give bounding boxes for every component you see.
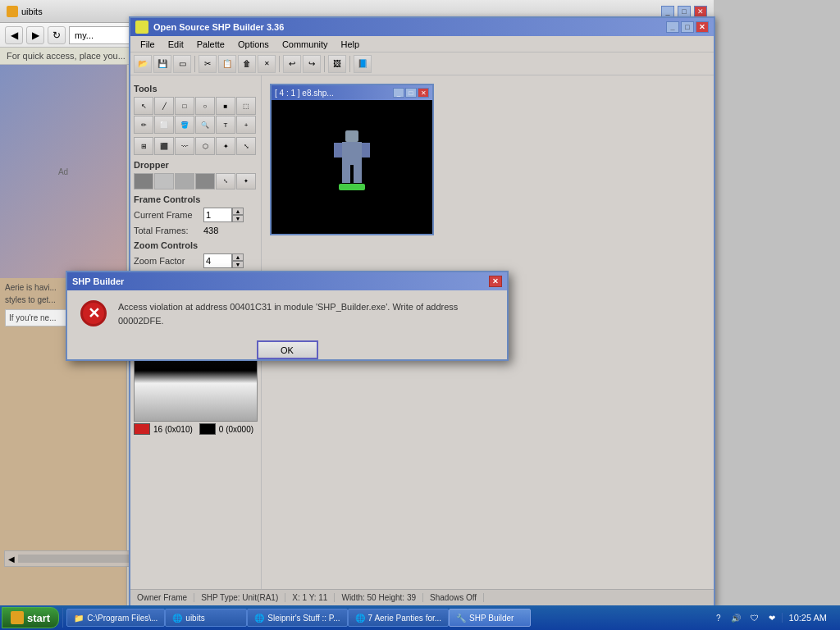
menu-community[interactable]: Community bbox=[276, 38, 335, 51]
toolbar-btn-x[interactable]: ✕ bbox=[258, 55, 276, 73]
h-scroll-indicator: ◀ bbox=[4, 550, 127, 567]
toolbar-copy-btn[interactable]: 📋 bbox=[218, 55, 236, 73]
browser-maximize-btn[interactable]: □ bbox=[678, 6, 691, 17]
preview-canvas bbox=[272, 100, 432, 234]
aerie-label: 7 Aerie Panties for... bbox=[368, 614, 442, 623]
systray-sound-icon[interactable]: 🔊 bbox=[728, 614, 744, 623]
tool-stamp[interactable]: ⬛ bbox=[154, 137, 174, 155]
shp-close-btn[interactable]: ✕ bbox=[696, 21, 709, 33]
tool-rect[interactable]: □ bbox=[175, 97, 194, 115]
color-right-value: 0 (0x000) bbox=[219, 425, 253, 434]
toolbar-sep-1 bbox=[194, 56, 195, 72]
toolbar-redo-btn[interactable]: ↪ bbox=[303, 55, 321, 73]
current-frame-input[interactable] bbox=[203, 208, 232, 222]
browser-minimize-btn[interactable]: _ bbox=[661, 6, 674, 17]
dropper-box-1[interactable] bbox=[175, 173, 194, 189]
toolbar-delete-btn[interactable]: 🗑 bbox=[238, 55, 256, 73]
error-icon: ✕ bbox=[80, 300, 107, 326]
tool-pencil[interactable]: ✏ bbox=[134, 116, 153, 134]
menu-options[interactable]: Options bbox=[231, 38, 276, 51]
uibits-icon: 🌐 bbox=[172, 614, 182, 623]
current-frame-up[interactable]: ▲ bbox=[232, 208, 244, 215]
error-title-text: SHP Builder bbox=[72, 276, 124, 286]
systray-shield-icon[interactable]: 🛡 bbox=[747, 614, 762, 623]
toolbar-undo-btn[interactable]: ↩ bbox=[283, 55, 301, 73]
aerie-icon: 🌐 bbox=[355, 614, 365, 623]
dropper-color-1[interactable] bbox=[134, 173, 153, 189]
toolbar-image-btn[interactable]: 🖼 bbox=[328, 55, 346, 73]
tool-select[interactable]: ⬚ bbox=[236, 97, 256, 115]
svg-rect-4 bbox=[342, 165, 350, 183]
tools-grid-2: ⊞ ⬛ 〰 ⬡ ✦ ⤡ bbox=[134, 137, 258, 155]
dropper-box-2[interactable] bbox=[195, 173, 215, 189]
toolbar-new-btn[interactable]: ▭ bbox=[173, 55, 191, 73]
toolbar-save-btn[interactable]: 💾 bbox=[153, 55, 171, 73]
toolbar-cut-btn[interactable]: ✂ bbox=[199, 55, 217, 73]
menu-help[interactable]: Help bbox=[335, 38, 367, 51]
tool-zoom[interactable]: 🔍 bbox=[195, 116, 215, 134]
preview-restore-btn[interactable]: □ bbox=[405, 88, 417, 98]
frame-controls-title: Frame Controls bbox=[134, 194, 258, 204]
toolbar-open-btn[interactable]: 📂 bbox=[134, 55, 152, 73]
color-swatch-right bbox=[199, 423, 216, 435]
menu-edit[interactable]: Edit bbox=[162, 38, 190, 51]
current-frame-down[interactable]: ▼ bbox=[232, 215, 244, 222]
zoom-factor-up[interactable]: ▲ bbox=[232, 253, 244, 261]
total-frames-row: Total Frames: 438 bbox=[134, 226, 258, 235]
zoom-factor-down[interactable]: ▼ bbox=[232, 261, 244, 268]
menu-file[interactable]: File bbox=[134, 38, 162, 51]
forward-button[interactable]: ▶ bbox=[26, 26, 44, 44]
explorer-icon: 📁 bbox=[74, 614, 84, 623]
tool-arrow[interactable]: ↖ bbox=[134, 97, 153, 115]
tool-magic[interactable]: ✦ bbox=[216, 137, 235, 155]
preview-titlebar: [ 4 : 1 ] e8.shp... _ □ ✕ bbox=[272, 85, 432, 100]
browser-tab-active: uibits bbox=[21, 7, 43, 16]
error-body: ✕ Access violation at address 00401C31 i… bbox=[67, 290, 507, 337]
preview-minimize-btn[interactable]: _ bbox=[393, 88, 404, 98]
menu-palette[interactable]: Palette bbox=[190, 38, 231, 51]
taskbar-btn-uibits[interactable]: 🌐 uibits bbox=[165, 609, 247, 627]
taskbar-btn-sleipnir[interactable]: 🌐 Sleipnir's Stuff :: P... bbox=[247, 609, 347, 627]
taskbar-btn-explorer[interactable]: 📁 C:\Program Files\... bbox=[66, 609, 165, 627]
toolbar-sep-2 bbox=[279, 56, 280, 72]
tool-extra[interactable]: + bbox=[236, 116, 256, 134]
taskbar-btn-aerie[interactable]: 🌐 7 Aerie Panties for... bbox=[348, 609, 450, 627]
shp-menubar: File Edit Palette Options Community Help bbox=[130, 36, 714, 52]
tool-text[interactable]: T bbox=[216, 116, 235, 134]
tool-wave[interactable]: 〰 bbox=[175, 137, 194, 155]
dropper-transform-1[interactable]: ⤡ bbox=[216, 173, 235, 189]
dropper-transform-2[interactable]: ✦ bbox=[236, 173, 256, 189]
shp-title-icon bbox=[135, 21, 148, 34]
tool-grid[interactable]: ⊞ bbox=[134, 137, 153, 155]
systray-av-icon[interactable]: ❤ bbox=[765, 614, 778, 623]
tool-line[interactable]: ╱ bbox=[154, 97, 174, 115]
back-button[interactable]: ◀ bbox=[5, 26, 23, 44]
tool-oval[interactable]: ○ bbox=[195, 97, 215, 115]
zoom-factor-input[interactable] bbox=[203, 253, 232, 268]
zoom-factor-row: Zoom Factor ▲ ▼ bbox=[134, 253, 258, 268]
systray-help-icon[interactable]: ? bbox=[713, 614, 724, 623]
browser-close-btn[interactable]: ✕ bbox=[694, 6, 707, 17]
tool-eraser[interactable]: ⬜ bbox=[154, 116, 174, 134]
dropper-title: Dropper bbox=[134, 160, 258, 170]
shp-minimize-btn[interactable]: _ bbox=[666, 21, 679, 33]
tool-transform[interactable]: ⤡ bbox=[236, 137, 256, 155]
preview-close-btn[interactable]: ✕ bbox=[418, 88, 429, 98]
tool-fill[interactable]: ■ bbox=[216, 97, 235, 115]
tool-flood[interactable]: 🪣 bbox=[175, 116, 194, 134]
taskbar-btn-shpbuilder[interactable]: 🔧 SHP Builder bbox=[449, 609, 531, 627]
color-swatch-left bbox=[134, 423, 150, 435]
zoom-controls-title: Zoom Controls bbox=[134, 240, 258, 250]
toolbar-info-btn[interactable]: 📘 bbox=[354, 55, 372, 73]
tools-title: Tools bbox=[134, 84, 258, 94]
ok-button[interactable]: OK bbox=[257, 340, 318, 359]
dropper-color-2[interactable] bbox=[154, 173, 174, 189]
start-button[interactable]: start bbox=[2, 607, 59, 628]
tools-grid: ↖ ╱ □ ○ ■ ⬚ ✏ ⬜ 🪣 🔍 T + bbox=[134, 97, 258, 134]
refresh-button[interactable]: ↻ bbox=[48, 26, 66, 44]
total-frames-label: Total Frames: bbox=[134, 226, 203, 235]
error-close-btn[interactable]: ✕ bbox=[489, 276, 502, 287]
tool-polygon[interactable]: ⬡ bbox=[195, 137, 215, 155]
shp-maximize-btn[interactable]: □ bbox=[681, 21, 694, 33]
sleipnir-label: Sleipnir's Stuff :: P... bbox=[267, 614, 340, 623]
